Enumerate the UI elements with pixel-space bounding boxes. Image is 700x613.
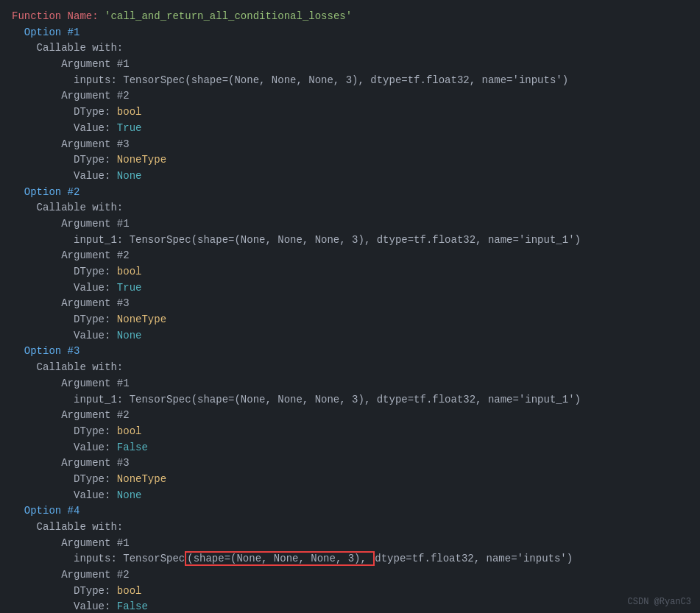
code-line: Value: False [12,599,688,613]
code-line: inputs: TensorSpec(shape=(None, None, No… [12,73,688,89]
code-line: input_1: TensorSpec(shape=(None, None, N… [12,233,688,249]
code-line: Option #4 [12,503,688,520]
code-token-dtype-val: NoneType [117,154,166,166]
code-line: Value: False [12,440,688,456]
code-token-option: Option #1 [24,26,80,38]
code-line: Value: True [12,280,688,297]
code-line: Argument #2 [12,408,688,424]
code-token-option: Option #4 [24,505,80,517]
code-line: Argument #3 [12,456,688,472]
code-token-label: Function Name: [12,10,105,22]
code-token-dtype-val: bool [117,425,142,437]
code-line: Option #2 [12,185,688,201]
code-line: Value: None [12,328,688,344]
code-line: Callable with: [12,520,688,536]
code-line: DType: bool [12,104,688,121]
code-line: Value: True [12,121,688,137]
code-line: DType: bool [12,584,688,600]
code-token-dtype-val: NoneType [117,473,166,485]
code-line: Callable with: [12,200,688,216]
code-line: Argument #1 [12,216,688,233]
code-line: DType: NoneType [12,312,688,328]
code-line: Value: None [12,169,688,185]
code-line: Argument #2 [12,567,688,584]
code-token-value-none: None [117,489,142,501]
code-token-string: 'call_and_return_all_conditional_losses' [105,10,352,22]
code-token-dtype-val: bool [117,585,142,597]
code-output: Function Name: 'call_and_return_all_cond… [0,0,700,613]
code-token-dtype-val: bool [117,266,142,277]
code-line: DType: NoneType [12,152,688,169]
code-token-value-none: None [117,170,142,182]
code-line: Argument #2 [12,248,688,264]
code-token-dtype-val: bool [117,106,142,118]
watermark: CSDN @RyanC3 [628,597,691,607]
code-line: input_1: TensorSpec(shape=(None, None, N… [12,392,688,408]
code-line: Argument #1 [12,376,688,392]
code-line: Function Name: 'call_and_return_all_cond… [12,9,688,25]
code-line: DType: bool [12,264,688,280]
code-line: Argument #2 [12,88,688,104]
code-token-value-none: None [117,330,142,341]
code-line: Callable with: [12,360,688,376]
code-token-value-bool-false: False [117,442,148,453]
code-line: DType: NoneType [12,472,688,488]
code-line: Option #1 [12,25,688,41]
code-line: Argument #3 [12,296,688,312]
code-line: DType: bool [12,424,688,440]
code-token-option: Option #3 [24,345,80,357]
code-token-value-bool-true: True [117,122,142,134]
code-line: Argument #1 [12,57,688,73]
code-token-option: Option #2 [24,186,80,198]
code-token-value-bool-true: True [117,282,142,294]
code-line: Callable with: [12,40,688,57]
code-line: Option #3 [12,344,688,360]
code-line: Value: None [12,488,688,504]
code-line: Argument #3 [12,137,688,153]
code-token-value-bool-false: False [117,600,148,612]
code-line: inputs: TensorSpec(shape=(None, None, No… [12,551,688,567]
code-line: Argument #1 [12,536,688,552]
code-token-dtype-val: NoneType [117,313,166,325]
highlighted-text: (shape=(None, None, None, 3), [185,551,375,566]
